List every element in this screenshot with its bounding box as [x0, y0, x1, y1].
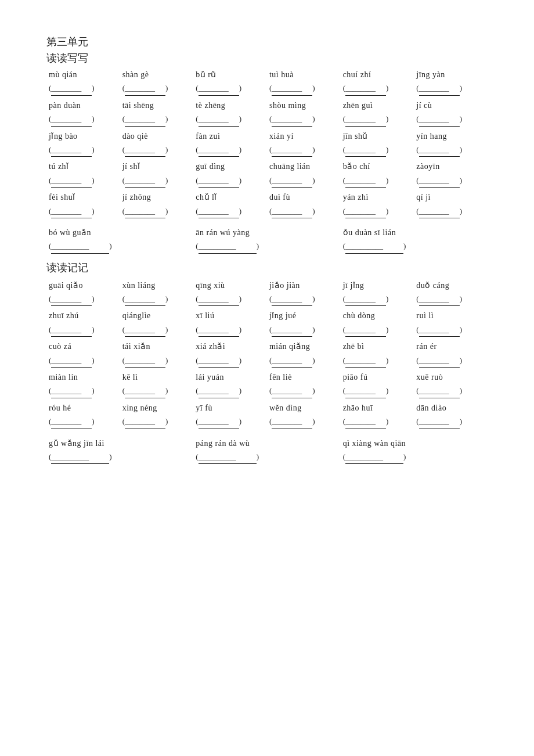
pinyin-text: tuì huà: [269, 69, 294, 81]
vocab-cell: tú zhǐ(________): [46, 159, 120, 189]
blank-field: (________): [196, 354, 241, 368]
pinyin-text: xī liú: [196, 309, 214, 322]
pinyin-text: kē lì: [122, 371, 138, 384]
pinyin-text: zàoyīn: [416, 160, 439, 173]
pinyin-text: tè zhēng: [196, 99, 225, 112]
blank-field: (________): [269, 174, 315, 188]
vocab-cell: lái yuán(________): [193, 370, 267, 399]
blank-field: (________): [196, 384, 241, 398]
blank-field: (________): [269, 81, 315, 95]
blank-field: (________): [269, 292, 315, 306]
blank-field: (________): [49, 174, 95, 188]
vocab-cell: jí cù(________): [414, 98, 488, 128]
pinyin-text: shòu mìng: [269, 99, 306, 112]
vocab-cell: tè zhēng(________): [193, 98, 267, 128]
pinyin-text: qì xiàng wàn qiān: [343, 437, 406, 450]
blank-field: (________): [343, 143, 389, 157]
blank-field: (________): [49, 415, 95, 429]
blank-field: (________): [416, 204, 462, 218]
blank-field: (________): [49, 292, 95, 306]
pinyin-text: xìng néng: [122, 402, 157, 415]
blank-field: (________): [122, 292, 168, 306]
blank-field: (________): [196, 292, 241, 306]
vocab-cell: ruì lì(________): [414, 308, 488, 338]
section2-title: 读读记记: [46, 261, 488, 275]
blank-field: (________): [49, 323, 95, 337]
vocab-cell: chù dòng(________): [341, 308, 414, 338]
vocab-cell: tāi shēng(________): [120, 98, 194, 128]
vocab-cell: duǒ cáng(________): [414, 278, 488, 308]
vocab-cell: jí zhōng(________): [120, 190, 194, 219]
pinyin-text: yán zhì: [343, 191, 369, 204]
vocab-cell: bǎo chí(________): [341, 159, 414, 189]
blank-field: (________): [122, 143, 168, 157]
pinyin-text: jiǎo jiàn: [269, 279, 300, 292]
vocab-cell: chuí zhí(________): [341, 67, 414, 97]
vocab-cell: kē lì(________): [120, 370, 194, 399]
vocab-cell-wide: ǒu duàn sī lián(__________): [341, 225, 488, 255]
blank-field: (________): [343, 174, 389, 188]
vocab-cell: yín hang(________): [414, 129, 488, 159]
blank-field: (________): [416, 354, 462, 368]
vocab-cell-wide: ān rán wú yàng(__________): [193, 225, 340, 255]
blank-field: (________): [343, 323, 389, 337]
pinyin-text: zhē bì: [343, 340, 365, 353]
blank-field: (________): [122, 204, 168, 218]
blank-field: (________): [416, 112, 462, 126]
pinyin-text: shàn gè: [122, 69, 149, 81]
pinyin-text: qí jì: [416, 191, 431, 204]
blank-field: (________): [343, 204, 389, 218]
vocab-cell: qīng xiù(________): [193, 278, 267, 308]
blank-field: (________): [122, 174, 168, 188]
pinyin-text: miàn lín: [49, 371, 78, 384]
blank-field: (________): [416, 81, 462, 95]
pinyin-text: qīng xiù: [196, 279, 225, 292]
vocab-cell: jí shǐ(________): [120, 159, 194, 189]
pinyin-text: chù dòng: [343, 309, 376, 322]
pinyin-text: tái xiǎn: [122, 340, 150, 353]
blank-field: (________): [269, 354, 315, 368]
blank-field-wide: (__________): [49, 450, 112, 464]
section2-last-row: gǔ wǎng jīn lái(__________)páng rán dà w…: [46, 436, 488, 466]
blank-field: (________): [122, 112, 168, 126]
blank-field: (________): [49, 81, 95, 95]
pinyin-text: duì fù: [269, 191, 290, 204]
vocab-cell: jǐng jué(________): [267, 308, 341, 338]
vocab-cell-wide: páng rán dà wù(__________): [193, 436, 340, 466]
blank-field: (________): [122, 81, 168, 95]
vocab-cell: yán zhì(________): [341, 190, 414, 219]
vocab-cell: jī jǐng(________): [341, 278, 414, 308]
pinyin-text: jīn shǔ: [343, 130, 368, 143]
blank-field: (________): [122, 415, 168, 429]
page-container: 第三单元 读读写写 mù qián(________)shàn gè(_____…: [46, 35, 488, 465]
vocab-cell: duì fù(________): [267, 190, 341, 219]
blank-field: (________): [269, 384, 315, 398]
pinyin-text: lái yuán: [196, 371, 224, 384]
vocab-cell: zhēn guì(________): [341, 98, 414, 128]
blank-field: (________): [196, 112, 241, 126]
pinyin-text: bǔ rǔ: [196, 69, 217, 81]
pinyin-text: pàn duàn: [49, 99, 81, 112]
pinyin-text: tāi shēng: [122, 99, 154, 112]
vocab-cell: chǔ lǐ(________): [193, 190, 267, 219]
blank-field: (________): [49, 354, 95, 368]
pinyin-text: chuāng lián: [269, 160, 310, 173]
blank-field: (________): [49, 143, 95, 157]
vocab-cell: wěn dìng(________): [267, 401, 341, 430]
pinyin-text: cuò zá: [49, 340, 71, 353]
vocab-cell: jīn shǔ(________): [341, 129, 414, 159]
pinyin-text: ǒu duàn sī lián: [343, 226, 396, 239]
vocab-cell: dào qiè(________): [120, 129, 194, 159]
blank-field: (________): [416, 323, 462, 337]
blank-field-wide: (__________): [196, 450, 259, 464]
pinyin-text: xuē ruò: [416, 371, 443, 384]
blank-field-wide: (__________): [343, 450, 406, 464]
vocab-cell: fèi shuǐ(________): [46, 190, 120, 219]
pinyin-text: piāo fú: [343, 371, 368, 384]
vocab-cell: jiǎo jiàn(________): [267, 278, 341, 308]
blank-field: (________): [269, 143, 315, 157]
pinyin-text: bǎo chí: [343, 160, 370, 173]
pinyin-text: chuí zhí: [343, 69, 371, 81]
vocab-cell: cuò zá(________): [46, 339, 120, 369]
pinyin-text: ān rán wú yàng: [196, 226, 250, 239]
